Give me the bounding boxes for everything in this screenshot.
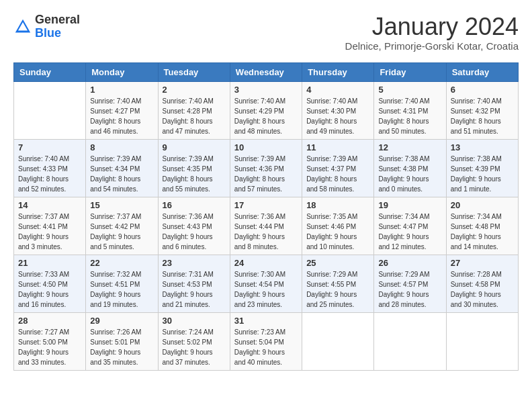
day-number: 20: [451, 200, 514, 210]
day-number: 8: [90, 142, 153, 152]
logo: General Blue: [13, 13, 80, 40]
calendar-week-row: 1Sunrise: 7:40 AMSunset: 4:27 PMDaylight…: [14, 81, 519, 139]
day-number: 26: [378, 258, 441, 268]
title-block: January 2024 Delnice, Primorje-Gorski Ko…: [345, 13, 519, 52]
day-info: Sunrise: 7:36 AMSunset: 4:44 PMDaylight:…: [234, 212, 298, 252]
day-number: 10: [234, 142, 298, 152]
day-info: Sunrise: 7:37 AMSunset: 4:41 PMDaylight:…: [18, 212, 81, 252]
calendar-cell: 28Sunrise: 7:27 AMSunset: 5:00 PMDayligh…: [14, 312, 86, 370]
day-number: 29: [90, 316, 153, 326]
logo-icon: [13, 17, 32, 36]
day-number: 16: [163, 200, 226, 210]
day-info: Sunrise: 7:30 AMSunset: 4:54 PMDaylight:…: [234, 269, 298, 310]
calendar-cell: [302, 312, 374, 370]
day-info: Sunrise: 7:40 AMSunset: 4:28 PMDaylight:…: [163, 96, 226, 136]
calendar-week-row: 7Sunrise: 7:40 AMSunset: 4:33 PMDaylight…: [14, 139, 519, 197]
calendar-cell: 4Sunrise: 7:40 AMSunset: 4:30 PMDaylight…: [302, 81, 374, 139]
calendar-cell: 19Sunrise: 7:34 AMSunset: 4:47 PMDayligh…: [374, 197, 446, 255]
day-info: Sunrise: 7:23 AMSunset: 5:04 PMDaylight:…: [234, 327, 298, 367]
calendar-cell: [14, 81, 86, 139]
day-info: Sunrise: 7:40 AMSunset: 4:32 PMDaylight:…: [451, 96, 514, 136]
day-number: 21: [18, 258, 81, 268]
calendar-cell: 16Sunrise: 7:36 AMSunset: 4:43 PMDayligh…: [158, 197, 230, 255]
day-info: Sunrise: 7:40 AMSunset: 4:27 PMDaylight:…: [90, 96, 153, 136]
calendar-cell: 27Sunrise: 7:28 AMSunset: 4:58 PMDayligh…: [446, 255, 518, 312]
day-info: Sunrise: 7:37 AMSunset: 4:42 PMDaylight:…: [90, 212, 153, 252]
day-info: Sunrise: 7:40 AMSunset: 4:29 PMDaylight:…: [234, 96, 298, 136]
calendar-week-row: 28Sunrise: 7:27 AMSunset: 5:00 PMDayligh…: [14, 312, 519, 370]
weekday-header: Wednesday: [230, 62, 302, 81]
calendar-cell: 14Sunrise: 7:37 AMSunset: 4:41 PMDayligh…: [14, 197, 86, 255]
logo-text: General Blue: [35, 13, 80, 40]
day-number: 25: [306, 258, 369, 268]
calendar-cell: 20Sunrise: 7:34 AMSunset: 4:48 PMDayligh…: [446, 197, 518, 255]
calendar-cell: 17Sunrise: 7:36 AMSunset: 4:44 PMDayligh…: [230, 197, 302, 255]
calendar-cell: 23Sunrise: 7:31 AMSunset: 4:53 PMDayligh…: [158, 255, 230, 312]
day-number: 1: [90, 85, 153, 95]
calendar-cell: 18Sunrise: 7:35 AMSunset: 4:46 PMDayligh…: [302, 197, 374, 255]
day-info: Sunrise: 7:29 AMSunset: 4:55 PMDaylight:…: [306, 269, 369, 310]
calendar-cell: 24Sunrise: 7:30 AMSunset: 4:54 PMDayligh…: [230, 255, 302, 312]
month-year-title: January 2024: [345, 13, 519, 40]
calendar-cell: [374, 312, 446, 370]
day-number: 4: [306, 85, 369, 95]
calendar-cell: 13Sunrise: 7:38 AMSunset: 4:39 PMDayligh…: [446, 139, 518, 197]
calendar-cell: 1Sunrise: 7:40 AMSunset: 4:27 PMDaylight…: [86, 81, 158, 139]
calendar-week-row: 21Sunrise: 7:33 AMSunset: 4:50 PMDayligh…: [14, 255, 519, 312]
day-info: Sunrise: 7:40 AMSunset: 4:33 PMDaylight:…: [18, 154, 81, 194]
day-number: 19: [378, 200, 441, 210]
day-info: Sunrise: 7:28 AMSunset: 4:58 PMDaylight:…: [451, 269, 514, 310]
day-number: 9: [163, 142, 226, 152]
logo-general-text: General: [35, 13, 80, 26]
day-number: 5: [378, 85, 441, 95]
logo-blue-text: Blue: [35, 26, 61, 40]
day-info: Sunrise: 7:31 AMSunset: 4:53 PMDaylight:…: [163, 269, 226, 310]
calendar-cell: 9Sunrise: 7:39 AMSunset: 4:35 PMDaylight…: [158, 139, 230, 197]
page-header: General Blue January 2024 Delnice, Primo…: [13, 13, 519, 52]
calendar-cell: 25Sunrise: 7:29 AMSunset: 4:55 PMDayligh…: [302, 255, 374, 312]
day-number: 27: [451, 258, 514, 268]
day-info: Sunrise: 7:40 AMSunset: 4:31 PMDaylight:…: [378, 96, 441, 136]
day-number: 6: [451, 85, 514, 95]
day-number: 3: [234, 85, 298, 95]
calendar-cell: [446, 312, 518, 370]
calendar-cell: 6Sunrise: 7:40 AMSunset: 4:32 PMDaylight…: [446, 81, 518, 139]
calendar-cell: 7Sunrise: 7:40 AMSunset: 4:33 PMDaylight…: [14, 139, 86, 197]
calendar-table: SundayMondayTuesdayWednesdayThursdayFrid…: [13, 62, 519, 371]
weekday-header: Saturday: [446, 62, 518, 81]
day-number: 13: [451, 142, 514, 152]
day-number: 30: [163, 316, 226, 326]
calendar-cell: 12Sunrise: 7:38 AMSunset: 4:38 PMDayligh…: [374, 139, 446, 197]
day-number: 18: [306, 200, 369, 210]
day-info: Sunrise: 7:39 AMSunset: 4:36 PMDaylight:…: [234, 154, 298, 194]
day-number: 14: [18, 200, 81, 210]
day-info: Sunrise: 7:40 AMSunset: 4:30 PMDaylight:…: [306, 96, 369, 136]
calendar-cell: 3Sunrise: 7:40 AMSunset: 4:29 PMDaylight…: [230, 81, 302, 139]
calendar-cell: 30Sunrise: 7:24 AMSunset: 5:02 PMDayligh…: [158, 312, 230, 370]
day-info: Sunrise: 7:38 AMSunset: 4:38 PMDaylight:…: [378, 154, 441, 194]
day-number: 2: [163, 85, 226, 95]
location-subtitle: Delnice, Primorje-Gorski Kotar, Croatia: [345, 40, 519, 52]
day-info: Sunrise: 7:34 AMSunset: 4:47 PMDaylight:…: [378, 212, 441, 252]
calendar-cell: 5Sunrise: 7:40 AMSunset: 4:31 PMDaylight…: [374, 81, 446, 139]
calendar-cell: 2Sunrise: 7:40 AMSunset: 4:28 PMDaylight…: [158, 81, 230, 139]
day-number: 28: [18, 316, 81, 326]
day-number: 23: [163, 258, 226, 268]
day-number: 7: [18, 142, 81, 152]
day-number: 17: [234, 200, 298, 210]
calendar-cell: 10Sunrise: 7:39 AMSunset: 4:36 PMDayligh…: [230, 139, 302, 197]
day-info: Sunrise: 7:39 AMSunset: 4:34 PMDaylight:…: [90, 154, 153, 194]
calendar-header-row: SundayMondayTuesdayWednesdayThursdayFrid…: [14, 62, 519, 81]
day-info: Sunrise: 7:32 AMSunset: 4:51 PMDaylight:…: [90, 269, 153, 310]
day-info: Sunrise: 7:26 AMSunset: 5:01 PMDaylight:…: [90, 327, 153, 367]
calendar-cell: 26Sunrise: 7:29 AMSunset: 4:57 PMDayligh…: [374, 255, 446, 312]
weekday-header: Tuesday: [158, 62, 230, 81]
calendar-cell: 29Sunrise: 7:26 AMSunset: 5:01 PMDayligh…: [86, 312, 158, 370]
calendar-cell: 15Sunrise: 7:37 AMSunset: 4:42 PMDayligh…: [86, 197, 158, 255]
day-number: 31: [234, 316, 298, 326]
calendar-cell: 22Sunrise: 7:32 AMSunset: 4:51 PMDayligh…: [86, 255, 158, 312]
day-number: 15: [90, 200, 153, 210]
day-number: 12: [378, 142, 441, 152]
day-info: Sunrise: 7:35 AMSunset: 4:46 PMDaylight:…: [306, 212, 369, 252]
weekday-header: Friday: [374, 62, 446, 81]
